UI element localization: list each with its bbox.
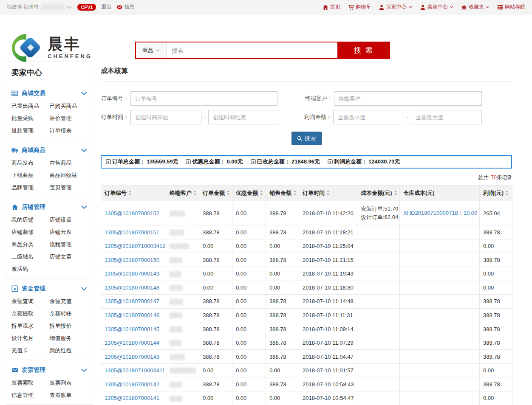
sort-icon[interactable] — [260, 191, 263, 195]
sidebar-item[interactable]: 查看账单 — [50, 391, 88, 399]
sidebar-section-header-invoice-manage[interactable]: 发票管理 — [11, 363, 88, 377]
sort-icon[interactable] — [128, 191, 132, 195]
sidebar-item[interactable]: 我的店铺 — [11, 216, 50, 224]
sidebar-item[interactable]: 商品发布 — [11, 159, 50, 167]
sidebar-item[interactable]: 增值服务 — [50, 335, 88, 342]
order-no-link[interactable]: 1305@20180710003411 — [105, 367, 165, 374]
topnav-home[interactable]: 首页 — [323, 3, 340, 11]
column-header-3[interactable]: 优惠金额 — [232, 186, 266, 201]
order-no-link[interactable]: 1305@101807000146 — [105, 312, 159, 318]
sidebar-item[interactable]: 商品分类 — [11, 241, 50, 248]
sidebar-item[interactable]: 已卖出商品 — [11, 102, 50, 110]
topnav-site-nav[interactable]: 网站导航 — [497, 3, 525, 11]
sidebar-item[interactable]: 退款管理 — [11, 127, 50, 135]
sidebar-item[interactable]: 激活码 — [11, 265, 50, 273]
order-time-cell: 2018-07-10 11:19:43 — [299, 267, 357, 281]
order-no-link[interactable]: 1305@20180710003412 — [105, 243, 165, 249]
sidebar-item[interactable]: 余额充值 — [50, 298, 88, 305]
order-no-link[interactable]: 1305@101807000143 — [105, 354, 159, 360]
sidebar-item[interactable]: 流程管理 — [50, 241, 88, 248]
chevron-down-icon[interactable] — [66, 4, 72, 10]
filter-search-button[interactable]: 搜索 — [291, 132, 322, 145]
column-header-5[interactable]: 订单时间 — [299, 186, 357, 201]
column-header-0[interactable]: 订单编号 — [101, 186, 166, 201]
sidebar-item[interactable]: 下线商品 — [11, 172, 50, 179]
topnav-buyer-center[interactable]: 买家中心 — [379, 3, 412, 11]
sidebar-item[interactable]: 余额查询 — [11, 298, 50, 305]
sidebar-item[interactable]: 拆单报价 — [50, 322, 88, 330]
money-icon: ¥ — [186, 159, 191, 164]
order-no-link[interactable]: 1305@101807000148 — [105, 284, 159, 291]
order-no-cell: 1305@101807000142 — [101, 377, 166, 391]
search-category-dropdown[interactable]: 商品 — [136, 42, 167, 58]
sidebar-item[interactable]: 品牌管理 — [11, 184, 50, 191]
sidebar-item[interactable]: 余额提取 — [11, 310, 50, 318]
column-header-2[interactable]: 订单金额 — [199, 186, 232, 201]
sidebar-item[interactable]: 店铺文章 — [50, 253, 88, 261]
time-start-input[interactable] — [130, 110, 201, 124]
sidebar-item[interactable]: 发票索取 — [11, 379, 50, 387]
customer-input[interactable] — [334, 91, 482, 106]
sidebar-item[interactable]: 店铺设置 — [50, 216, 88, 224]
sidebar-item[interactable]: 宝贝管理 — [50, 184, 88, 191]
topnav-seller-center[interactable]: 卖家中心 — [420, 3, 453, 11]
sort-icon[interactable] — [394, 191, 397, 195]
sidebar-section-header-fund-manage[interactable]: ¥资金管理 — [11, 281, 88, 295]
order-no-link[interactable]: 1305@101807000141 — [105, 395, 159, 401]
column-header-8[interactable]: 利润(元) — [480, 186, 512, 201]
profit-max-input[interactable] — [411, 110, 482, 124]
warehouse-cost-cell — [400, 267, 480, 281]
sidebar-item[interactable]: 已购买商品 — [50, 102, 88, 110]
sidebar-section-header-mall-trade[interactable]: 商城交易 — [11, 86, 88, 100]
sidebar-item[interactable]: 拆单流水 — [11, 322, 50, 330]
column-header-1[interactable]: 终端客户 — [166, 186, 199, 201]
search-button[interactable]: 搜索 — [337, 42, 389, 58]
sort-icon[interactable] — [326, 191, 330, 195]
sidebar-item[interactable]: 订单报表 — [50, 127, 88, 135]
sidebar-section-header-shop-manage[interactable]: 店铺管理 — [11, 200, 88, 214]
time-end-input[interactable] — [208, 110, 279, 124]
sidebar-section-header-mall-goods[interactable]: 商城商品 — [11, 143, 88, 157]
sort-icon[interactable] — [226, 191, 230, 195]
sidebar-item[interactable]: 余额转账 — [50, 310, 88, 318]
profit-min-input[interactable] — [333, 110, 404, 124]
sort-icon[interactable] — [505, 191, 509, 195]
order-no-link[interactable]: 1305@101807000144 — [105, 340, 159, 346]
logout-link[interactable]: 退出 — [101, 3, 111, 11]
location-selector[interactable]: 福建省 福州市 — [7, 3, 39, 11]
search-input[interactable] — [167, 42, 337, 58]
sidebar-item[interactable]: 发票列表 — [50, 379, 88, 387]
sidebar-item[interactable]: 充值卡 — [11, 347, 50, 354]
order-no-link[interactable]: 1305@101807000142 — [105, 381, 159, 388]
sidebar-item[interactable]: 商品回收站 — [50, 172, 88, 179]
sidebar-item[interactable]: 我的红包 — [50, 347, 88, 354]
sidebar-sections: 商城交易已卖出商品已购买商品批量采购评价管理退款管理订单报表商城商品商品发布在售… — [6, 83, 93, 405]
customer-cell — [166, 225, 199, 239]
order-no-link[interactable]: 1305@101807000149 — [105, 270, 159, 277]
sidebar-item[interactable]: 信息管理 — [11, 391, 50, 399]
warehouse-link[interactable]: XHD20180710000718：10.00 — [403, 210, 477, 216]
sidebar-item[interactable]: 设计包月 — [11, 335, 50, 342]
order-no-link[interactable]: 1305@101807000147 — [105, 298, 159, 304]
order-no-link[interactable]: 1305@101807000151 — [105, 229, 159, 236]
order-no-link[interactable]: 1305@101807000152 — [105, 210, 159, 217]
column-header-6[interactable]: 成本金额(元) — [357, 186, 400, 201]
topnav-favorites[interactable]: 收藏夹 — [461, 3, 490, 11]
messages-link[interactable]: 信息 — [116, 3, 134, 11]
order-no-link[interactable]: 1305@101807000150 — [105, 257, 159, 263]
topnav-cart[interactable]: 购物车 — [348, 3, 371, 11]
order-no-input[interactable] — [130, 91, 277, 106]
user-icon — [420, 4, 426, 10]
sidebar-item[interactable]: 在售商品 — [50, 159, 88, 167]
sidebar-item[interactable]: 评价管理 — [50, 115, 88, 122]
location-city: 福州市 — [23, 4, 39, 10]
brand-logo[interactable]: 晨丰 CHENFENG — [8, 32, 92, 64]
sidebar-item[interactable]: 批量采购 — [11, 115, 50, 122]
column-header-4[interactable]: 销售金额 — [266, 186, 299, 201]
sidebar-item[interactable]: 店铺装修 — [11, 228, 50, 236]
sidebar-item[interactable]: 二级域名 — [11, 253, 50, 261]
sort-icon[interactable] — [293, 191, 297, 195]
sort-icon[interactable] — [193, 191, 197, 195]
sidebar-item[interactable]: 店铺云盘 — [50, 228, 88, 236]
order-no-link[interactable]: 1305@101807000145 — [105, 326, 159, 332]
